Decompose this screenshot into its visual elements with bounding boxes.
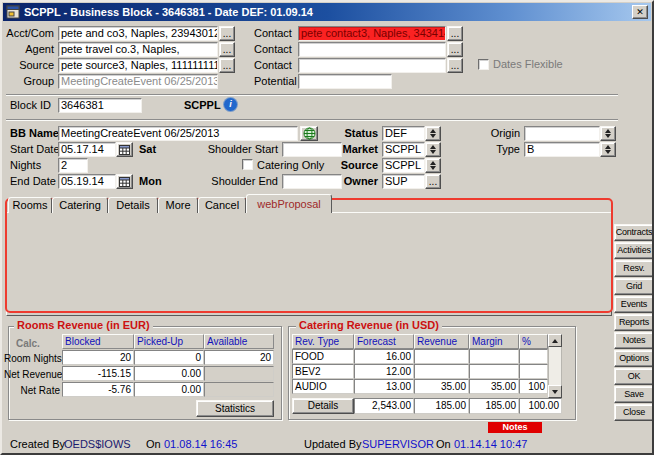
catering-row-forecast-cell[interactable]: 16.00 bbox=[354, 349, 414, 364]
acct-com-field[interactable]: pete and co3, Naples, 2394301212 bbox=[58, 26, 218, 41]
catering-row-forecast-cell[interactable]: 13.00 bbox=[354, 379, 414, 394]
catering-row-percent-cell[interactable]: 100 bbox=[519, 379, 548, 394]
side-button-options[interactable]: Options bbox=[614, 350, 654, 367]
room-nights-available-cell[interactable]: 20 bbox=[204, 350, 274, 365]
tab-more[interactable]: More bbox=[158, 197, 198, 213]
room-nights-picked-cell[interactable]: 0 bbox=[134, 350, 204, 365]
start-date-calendar-button[interactable] bbox=[116, 142, 133, 157]
end-date-calendar-button[interactable] bbox=[116, 174, 133, 189]
catering-row-type-cell[interactable]: BEV2 bbox=[292, 364, 354, 379]
close-button[interactable]: ✕ bbox=[632, 5, 648, 19]
owner-lookup-button[interactable]: ... bbox=[425, 174, 441, 189]
statistics-button[interactable]: Statistics bbox=[196, 400, 274, 417]
market-field[interactable]: SCPPL bbox=[382, 142, 425, 157]
side-button-ok[interactable]: OK bbox=[614, 368, 654, 385]
origin-field[interactable] bbox=[524, 126, 600, 141]
dates-flexible-checkbox[interactable] bbox=[478, 59, 489, 70]
start-date-field[interactable]: 05.17.14 bbox=[58, 142, 116, 157]
block-id-field[interactable]: 3646381 bbox=[58, 98, 142, 113]
tab-details[interactable]: Details bbox=[108, 197, 158, 213]
room-nights-blocked-cell[interactable]: 20 bbox=[62, 350, 134, 365]
contact-source-lookup-button[interactable]: ... bbox=[447, 58, 463, 73]
market-spinner[interactable] bbox=[425, 142, 441, 157]
total-margin-cell: 185.00 bbox=[469, 398, 519, 414]
shoulder-start-field[interactable] bbox=[282, 142, 342, 157]
updated-by-label: Updated By bbox=[304, 438, 361, 451]
catering-row-forecast-cell[interactable]: 12.00 bbox=[354, 364, 414, 379]
catering-row-margin-cell[interactable] bbox=[469, 364, 519, 379]
side-button-close[interactable]: Close bbox=[614, 404, 654, 421]
side-button-notes[interactable]: Notes bbox=[614, 332, 654, 349]
acct-com-lookup-button[interactable]: ... bbox=[219, 26, 235, 41]
catering-only-checkbox[interactable] bbox=[242, 159, 253, 170]
catering-row-type-cell[interactable]: FOOD bbox=[292, 349, 354, 364]
status-field[interactable]: DEF bbox=[382, 126, 425, 141]
net-rate-picked-cell[interactable]: 0.00 bbox=[134, 382, 204, 397]
side-button-contracts[interactable]: Contracts bbox=[614, 224, 654, 241]
group-field[interactable]: MeetingCreateEvent 06/25/2013 bbox=[58, 74, 218, 89]
spin-down-icon bbox=[430, 134, 436, 138]
source-code-field[interactable]: SCPPL bbox=[382, 158, 425, 173]
potential-field[interactable] bbox=[298, 74, 392, 89]
total-percent-cell: 100.00 bbox=[519, 398, 562, 414]
type-field[interactable]: B bbox=[524, 142, 600, 157]
tab-rooms[interactable]: Rooms bbox=[8, 197, 52, 213]
tab-cancel[interactable]: Cancel bbox=[198, 197, 246, 213]
contact-acct-field[interactable]: pete contact3, Naples, 3434144444 bbox=[298, 26, 446, 41]
agent-lookup-button[interactable]: ... bbox=[219, 42, 235, 57]
owner-field[interactable]: SUP bbox=[382, 174, 425, 189]
contact-agent-lookup-button[interactable]: ... bbox=[447, 42, 463, 57]
bb-name-globe-button[interactable] bbox=[300, 126, 318, 141]
contact-source-field[interactable] bbox=[298, 58, 446, 73]
spin-down-icon bbox=[605, 134, 611, 138]
source-lookup-button[interactable]: ... bbox=[219, 58, 235, 73]
side-button-resv[interactable]: Resv. bbox=[614, 260, 654, 277]
info-icon[interactable]: i bbox=[224, 98, 237, 111]
net-rate-blocked-cell[interactable]: -5.76 bbox=[62, 382, 134, 397]
scrollbar-up-button[interactable] bbox=[548, 334, 562, 347]
scrollbar-down-button[interactable] bbox=[548, 385, 562, 398]
potential-label: Potential bbox=[254, 75, 297, 88]
agent-field[interactable]: pete travel co.3, Naples, bbox=[58, 42, 218, 57]
end-date-field[interactable]: 05.19.14 bbox=[58, 174, 116, 189]
side-button-events[interactable]: Events bbox=[614, 296, 654, 313]
catering-row-percent-cell[interactable] bbox=[519, 349, 548, 364]
details-button[interactable]: Details bbox=[292, 398, 354, 414]
source-account-field[interactable]: pete source3, Naples, 1111111111 bbox=[58, 58, 218, 73]
contact-acct-lookup-button[interactable]: ... bbox=[447, 26, 463, 41]
scppl-code-label: SCPPL bbox=[184, 99, 221, 112]
window-title: SCPPL - Business Block - 3646381 - Date … bbox=[24, 6, 630, 18]
nights-field[interactable]: 2 bbox=[58, 158, 88, 173]
start-date-label: Start Date bbox=[10, 143, 60, 156]
calc-label[interactable]: Calc. bbox=[16, 337, 40, 350]
origin-spinner[interactable] bbox=[600, 126, 616, 141]
arrow-down-icon bbox=[552, 390, 558, 394]
net-revenue-picked-cell[interactable]: 0.00 bbox=[134, 366, 204, 381]
contact-agent-field[interactable] bbox=[298, 42, 446, 57]
catering-row-margin-cell[interactable]: 35.00 bbox=[469, 379, 519, 394]
source-spinner[interactable] bbox=[425, 158, 441, 173]
side-button-reports[interactable]: Reports bbox=[614, 314, 654, 331]
group-label: Group bbox=[4, 75, 54, 88]
spin-down-icon bbox=[430, 150, 436, 154]
catering-row-revenue-cell[interactable] bbox=[414, 364, 469, 379]
tab-webproposal[interactable]: webProposal bbox=[246, 194, 332, 213]
bb-name-field[interactable]: MeetingCreateEvent 06/25/2013 bbox=[58, 126, 298, 141]
source-code-label: Source bbox=[338, 159, 378, 172]
shoulder-end-field[interactable] bbox=[282, 174, 342, 189]
side-button-save[interactable]: Save bbox=[614, 386, 654, 403]
catering-row-type-cell[interactable]: AUDIO bbox=[292, 379, 354, 394]
start-day-label: Sat bbox=[139, 143, 156, 156]
side-button-grid[interactable]: Grid bbox=[614, 278, 654, 295]
side-button-activities[interactable]: Activities bbox=[614, 242, 654, 259]
rooms-revenue-title: Rooms Revenue (in EUR) bbox=[14, 319, 153, 332]
catering-row-revenue-cell[interactable]: 35.00 bbox=[414, 379, 469, 394]
catering-row-percent-cell[interactable] bbox=[519, 364, 548, 379]
catering-row-margin-cell[interactable] bbox=[469, 349, 519, 364]
tab-catering[interactable]: Catering bbox=[52, 197, 108, 213]
status-spinner[interactable] bbox=[425, 126, 441, 141]
updated-on-label: On bbox=[436, 438, 451, 451]
type-spinner[interactable] bbox=[600, 142, 616, 157]
catering-row-revenue-cell[interactable] bbox=[414, 349, 469, 364]
net-revenue-blocked-cell[interactable]: -115.15 bbox=[62, 366, 134, 381]
